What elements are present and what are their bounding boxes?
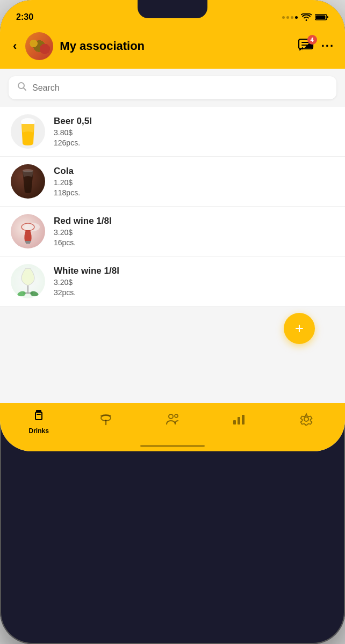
stats-icon xyxy=(232,413,246,429)
white-wine-icon xyxy=(14,266,42,296)
drinks-icon xyxy=(32,409,45,425)
svg-rect-24 xyxy=(242,415,245,425)
nav-item-stats[interactable] xyxy=(223,413,255,431)
search-box xyxy=(9,76,336,99)
svg-rect-16 xyxy=(36,410,41,412)
item-price: 1.20$ xyxy=(54,178,80,187)
nav-item-people[interactable] xyxy=(156,413,189,431)
phone-frame: 2:30 xyxy=(0,0,345,644)
notification-badge: 4 xyxy=(307,35,317,45)
search-icon xyxy=(17,82,27,94)
svg-rect-23 xyxy=(238,417,240,425)
search-container xyxy=(0,69,345,107)
item-name: Cola xyxy=(54,166,80,177)
svg-line-6 xyxy=(24,88,26,91)
avatar xyxy=(25,32,53,60)
list-item[interactable]: White wine 1/8l 3.20$ 32pcs. xyxy=(0,257,345,306)
status-time: 2:30 xyxy=(16,12,33,22)
beer-glass-icon xyxy=(17,116,39,147)
bottom-nav: Drinks xyxy=(0,403,345,451)
item-price: 3.80$ xyxy=(54,128,92,137)
signal-icon xyxy=(282,16,298,19)
item-image-white-wine xyxy=(11,264,45,298)
svg-point-13 xyxy=(17,290,26,296)
red-wine-icon xyxy=(14,217,42,245)
item-name: Red wine 1/8l xyxy=(54,216,112,226)
item-qty: 126pcs. xyxy=(54,138,92,147)
item-info-beer: Beer 0,5l 3.80$ 126pcs. xyxy=(54,116,92,147)
svg-rect-15 xyxy=(35,412,42,420)
item-info-white-wine: White wine 1/8l 3.20$ 32pcs. xyxy=(54,266,119,297)
nav-item-drinks[interactable]: Drinks xyxy=(23,409,55,435)
item-info-cola: Cola 1.20$ 118pcs. xyxy=(54,166,80,197)
nav-label-drinks: Drinks xyxy=(29,427,49,435)
nav-item-food[interactable] xyxy=(90,413,122,431)
item-image-beer xyxy=(11,114,45,149)
list-item[interactable]: Beer 0,5l 3.80$ 126pcs. xyxy=(0,107,345,157)
svg-point-21 xyxy=(175,414,178,418)
item-name: Beer 0,5l xyxy=(54,116,92,127)
header-title: My association xyxy=(60,39,291,53)
items-list: Beer 0,5l 3.80$ 126pcs. Cola 1.20$ xyxy=(0,107,345,403)
status-icons xyxy=(282,13,329,21)
svg-rect-17 xyxy=(37,414,41,415)
list-item[interactable]: Cola 1.20$ 118pcs. xyxy=(0,157,345,207)
item-qty: 16pcs. xyxy=(54,238,112,247)
svg-rect-1 xyxy=(316,16,326,19)
item-qty: 118pcs. xyxy=(54,188,80,197)
item-name: White wine 1/8l xyxy=(54,266,119,276)
back-button[interactable]: ‹ xyxy=(11,37,19,55)
header-actions: 4 ··· xyxy=(298,38,334,54)
svg-rect-22 xyxy=(233,420,236,425)
svg-point-8 xyxy=(23,169,33,172)
item-image-cola xyxy=(11,164,45,199)
notch xyxy=(138,0,207,18)
cola-glass-icon xyxy=(18,169,38,194)
item-price: 3.20$ xyxy=(54,228,112,237)
item-qty: 32pcs. xyxy=(54,288,119,297)
list-item[interactable]: Red wine 1/8l 3.20$ 16pcs. xyxy=(0,207,345,257)
item-info-red-wine: Red wine 1/8l 3.20$ 16pcs. xyxy=(54,216,112,247)
svg-point-14 xyxy=(30,290,39,296)
nav-item-settings[interactable] xyxy=(290,413,322,431)
add-fab-button[interactable]: + xyxy=(284,313,315,344)
home-indicator xyxy=(140,445,205,447)
svg-point-20 xyxy=(169,414,173,419)
app-header: ‹ My association 4 xyxy=(0,28,345,69)
item-image-red-wine xyxy=(11,214,45,248)
battery-icon xyxy=(315,13,329,21)
people-icon xyxy=(164,413,181,429)
wifi-icon xyxy=(301,13,312,21)
phone-screen: 2:30 xyxy=(0,0,345,451)
search-input[interactable] xyxy=(32,83,328,93)
more-options-button[interactable]: ··· xyxy=(321,39,334,53)
item-price: 3.20$ xyxy=(54,278,119,287)
svg-point-25 xyxy=(304,417,308,421)
notification-button[interactable]: 4 xyxy=(298,38,314,54)
settings-icon xyxy=(299,413,313,429)
food-icon xyxy=(99,413,113,429)
